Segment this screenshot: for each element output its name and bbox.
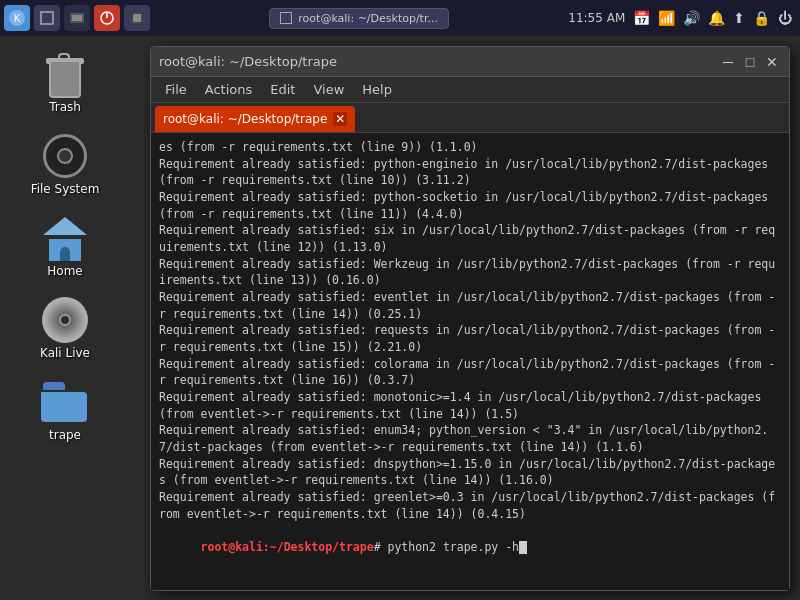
terminal-window: root@kali: ~/Desktop/trape ─ □ ✕ File Ac… xyxy=(150,46,790,591)
taskbar-left: K xyxy=(0,5,150,31)
desktop-icon-trape[interactable]: trape xyxy=(20,374,110,446)
taskbar-window-button[interactable]: root@kali: ~/Desktop/tr... xyxy=(269,8,449,29)
taskbar-notify-icon[interactable]: 🔔 xyxy=(708,10,725,26)
svg-text:K: K xyxy=(14,13,21,24)
taskbar-network-icon[interactable]: 📶 xyxy=(658,10,675,26)
taskbar-right: 11:55 AM 📅 📶 🔊 🔔 ⬆ 🔒 ⏻ xyxy=(568,10,800,26)
taskbar-calendar-icon[interactable]: 📅 xyxy=(633,10,650,26)
trape-label: trape xyxy=(49,428,81,442)
trash-label: Trash xyxy=(49,100,81,114)
menu-file[interactable]: File xyxy=(157,80,195,99)
kali-live-label: Kali Live xyxy=(40,346,90,360)
svg-rect-2 xyxy=(41,12,53,24)
terminal-menubar: File Actions Edit View Help xyxy=(151,77,789,103)
terminal-line-7: Requirement already satisfied: colorama … xyxy=(159,356,781,389)
terminal-minimize-button[interactable]: ─ xyxy=(719,53,737,71)
svg-rect-8 xyxy=(133,14,141,22)
taskbar-app-4[interactable] xyxy=(124,5,150,31)
terminal-titlebar: root@kali: ~/Desktop/trape ─ □ ✕ xyxy=(151,47,789,77)
kali-live-icon xyxy=(41,296,89,344)
tab-close-button[interactable]: ✕ xyxy=(333,112,347,126)
taskbar-volume-icon[interactable]: 🔊 xyxy=(683,10,700,26)
terminal-line-5: Requirement already satisfied: eventlet … xyxy=(159,289,781,322)
terminal-line-0: es (from -r requirements.txt (line 9)) (… xyxy=(159,139,781,156)
terminal-line-2: Requirement already satisfied: python-so… xyxy=(159,189,781,222)
trash-icon xyxy=(41,50,89,98)
taskbar-lock-icon[interactable]: 🔒 xyxy=(753,10,770,26)
menu-view[interactable]: View xyxy=(305,80,352,99)
desktop-icon-trash[interactable]: Trash xyxy=(20,46,110,118)
terminal-line-6: Requirement already satisfied: requests … xyxy=(159,322,781,355)
terminal-tabbar: root@kali: ~/Desktop/trape ✕ xyxy=(151,103,789,133)
desktop: Trash File System Home Kali Live xyxy=(0,36,130,600)
taskbar-window-title: root@kali: ~/Desktop/tr... xyxy=(298,12,438,25)
filesystem-label: File System xyxy=(31,182,100,196)
terminal-line-11: Requirement already satisfied: greenlet>… xyxy=(159,489,781,522)
terminal-content[interactable]: es (from -r requirements.txt (line 9)) (… xyxy=(151,133,789,590)
taskbar-app-1[interactable] xyxy=(34,5,60,31)
taskbar-power-icon[interactable]: ⏻ xyxy=(778,10,792,26)
terminal-line-1: Requirement already satisfied: python-en… xyxy=(159,156,781,189)
taskbar-center: root@kali: ~/Desktop/tr... xyxy=(150,8,568,29)
taskbar-clock: 11:55 AM xyxy=(568,11,625,25)
home-icon xyxy=(41,214,89,262)
prompt-cmd: # python2 trape.py -h xyxy=(374,540,519,554)
desktop-icon-home[interactable]: Home xyxy=(20,210,110,282)
terminal-close-button[interactable]: ✕ xyxy=(763,53,781,71)
home-label: Home xyxy=(47,264,82,278)
desktop-icon-filesystem[interactable]: File System xyxy=(20,128,110,200)
terminal-maximize-button[interactable]: □ xyxy=(741,53,759,71)
svg-rect-4 xyxy=(72,15,82,21)
taskbar-app-3[interactable] xyxy=(94,5,120,31)
taskbar-app-2[interactable] xyxy=(64,5,90,31)
terminal-tab-label: root@kali: ~/Desktop/trape xyxy=(163,112,327,126)
terminal-line-9: Requirement already satisfied: enum34; p… xyxy=(159,422,781,455)
menu-edit[interactable]: Edit xyxy=(262,80,303,99)
window-icon xyxy=(280,12,292,24)
prompt-path: root@kali:~/Desktop/trape xyxy=(201,540,374,554)
menu-help[interactable]: Help xyxy=(354,80,400,99)
taskbar-update-icon[interactable]: ⬆ xyxy=(733,10,745,26)
terminal-line-4: Requirement already satisfied: Werkzeug … xyxy=(159,256,781,289)
desktop-icon-kali-live[interactable]: Kali Live xyxy=(20,292,110,364)
terminal-line-10: Requirement already satisfied: dnspython… xyxy=(159,456,781,489)
filesystem-icon xyxy=(41,132,89,180)
terminal-prompt-line[interactable]: root@kali:~/Desktop/trape# python2 trape… xyxy=(159,522,781,572)
terminal-title: root@kali: ~/Desktop/trape xyxy=(159,54,337,69)
terminal-cursor xyxy=(519,541,527,554)
taskbar: K root@kali: ~/Desktop/tr... 11:55 AM 📅 … xyxy=(0,0,800,36)
trape-folder-icon xyxy=(41,378,89,426)
terminal-line-8: Requirement already satisfied: monotonic… xyxy=(159,389,781,422)
terminal-controls: ─ □ ✕ xyxy=(719,53,781,71)
taskbar-app-kali[interactable]: K xyxy=(4,5,30,31)
terminal-line-3: Requirement already satisfied: six in /u… xyxy=(159,222,781,255)
menu-actions[interactable]: Actions xyxy=(197,80,261,99)
terminal-tab[interactable]: root@kali: ~/Desktop/trape ✕ xyxy=(155,106,355,132)
